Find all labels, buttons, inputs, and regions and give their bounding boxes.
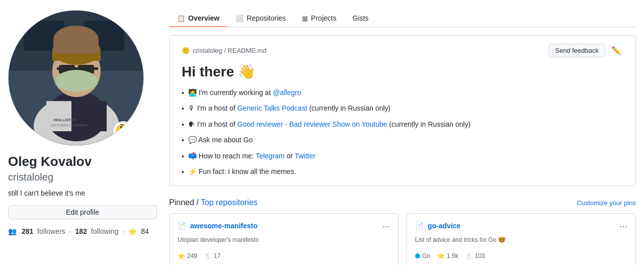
following-link[interactable]: 182 [75, 227, 87, 235]
pinned-header: Pinned / Top repositories Customize your… [169, 198, 636, 207]
star-icon: ⭐ [128, 227, 137, 235]
tab-repositories[interactable]: ⬜ Repositories [227, 10, 294, 27]
star-stat: ⭐ 249 [178, 252, 197, 259]
list-item: 📫 How to reach me: Telegram or Twitter [182, 150, 623, 162]
tab-projects[interactable]: ▦ Projects [294, 10, 345, 27]
smiley-icon: 🙂 [182, 47, 190, 54]
stars-count: 84 [141, 227, 149, 235]
svg-text:HOLLISTER: HOLLISTER [54, 118, 77, 122]
list-item: 🗣 I'm a host of Good reviewer - Bad revi… [182, 119, 623, 130]
tab-gists[interactable]: Gists [345, 10, 377, 27]
main-content: 📋 Overview ⬜ Repositories ▦ Projects Gis… [169, 10, 636, 265]
readme-header: 🙂 cristaloleg / README.md Send feedback … [182, 44, 623, 57]
avatar-wrapper: HOLLISTER SOUTHERN CALIFORNIA 🤔 [8, 10, 144, 146]
repo-book-icon: 📄 [415, 222, 424, 230]
svg-rect-15 [57, 67, 59, 70]
projects-icon: ▦ [302, 15, 308, 22]
svg-text:SOUTHERN CALIFORNIA: SOUTHERN CALIFORNIA [51, 124, 87, 127]
stats-row: 👥 281 followers · 182 following · ⭐ 84 [8, 227, 157, 235]
repo-options-button[interactable]: ⋯ [619, 222, 627, 231]
fork-stat: 🍴 17 [204, 252, 220, 259]
customize-pins-link[interactable]: Customize your pins [577, 199, 636, 207]
svg-rect-14 [75, 67, 78, 70]
star-stat: ⭐ 1.5k [437, 252, 458, 259]
top-repos-link[interactable]: Top repositories [201, 198, 258, 207]
star-icon: ⭐ [437, 252, 445, 259]
svg-rect-7 [82, 101, 107, 131]
repo-name-link[interactable]: go-advice [428, 222, 460, 230]
repo-options-button[interactable]: ⋯ [382, 222, 390, 231]
svg-rect-11 [52, 51, 101, 61]
followers-link[interactable]: 281 [22, 227, 33, 235]
readme-title: Hi there 👋 [182, 63, 623, 80]
profile-name: Oleg Kovalov [8, 154, 157, 169]
repo-name-link[interactable]: awesome-manifesto [190, 222, 258, 230]
edit-readme-button[interactable]: ✏️ [609, 44, 623, 57]
pinned-title: Pinned / Top repositories [169, 198, 258, 207]
profile-bio: still I can't believe it's me [8, 189, 157, 197]
telegram-link[interactable]: Telegram [256, 152, 285, 160]
repo-card-header: 📄 go-advice ⋯ [415, 222, 627, 231]
readme-path: 🙂 cristaloleg / README.md [182, 47, 267, 54]
send-feedback-button[interactable]: Send feedback [548, 44, 605, 57]
fork-icon: 🍴 [465, 252, 473, 259]
svg-rect-6 [46, 101, 71, 131]
svg-point-17 [55, 70, 98, 92]
sidebar: HOLLISTER SOUTHERN CALIFORNIA 🤔 Oleg Kov… [8, 10, 157, 265]
avatar-status-emoji: 🤔 [113, 121, 133, 141]
repo-name-row: 📄 awesome-manifesto [178, 222, 258, 230]
edit-profile-button[interactable]: Edit profile [8, 205, 157, 219]
following-label: following [91, 227, 118, 235]
svg-rect-2 [24, 21, 64, 51]
good-reviewer-link[interactable]: Good reviewer - Bad reviewer Show on You… [237, 120, 387, 128]
svg-rect-16 [94, 67, 98, 70]
twitter-link[interactable]: Twitter [295, 152, 315, 160]
repo-card-go-advice: 📄 go-advice ⋯ List of advice and tricks … [407, 213, 636, 265]
repo-description: List of advice and tricks for Go 🤓 [415, 235, 627, 244]
list-item: ⚡ Fun fact: I know all the memes. [182, 166, 623, 178]
repo-card-header: 📄 awesome-manifesto ⋯ [178, 222, 390, 231]
go-language-dot [415, 253, 420, 258]
repo-book-icon: 📄 [178, 222, 186, 230]
tab-overview[interactable]: 📋 Overview [169, 10, 227, 27]
readme-card: 🙂 cristaloleg / README.md Send feedback … [169, 35, 636, 186]
readme-list: 🧑‍💻 I'm currently working at @allegro 🎙 … [182, 87, 623, 178]
repo-stats: Go ⭐ 1.5k 🍴 103 [415, 252, 627, 259]
repo-description: Utopian developer's manifesto [178, 235, 390, 244]
repo-name-row: 📄 go-advice [415, 222, 460, 230]
allegro-link[interactable]: @allegro [273, 89, 301, 97]
fork-stat: 🍴 103 [465, 252, 485, 259]
repo-card-awesome-manifesto: 📄 awesome-manifesto ⋯ Utopian developer'… [169, 213, 398, 265]
lang-stat: Go [415, 252, 430, 259]
overview-icon: 📋 [177, 15, 185, 22]
page-layout: HOLLISTER SOUTHERN CALIFORNIA 🤔 Oleg Kov… [0, 0, 644, 265]
followers-label: followers [37, 227, 65, 235]
pinned-grid: 📄 awesome-manifesto ⋯ Utopian developer'… [169, 213, 636, 265]
list-item: 🧑‍💻 I'm currently working at @allegro [182, 87, 623, 99]
fork-icon: 🍴 [204, 252, 212, 259]
profile-tabs: 📋 Overview ⬜ Repositories ▦ Projects Gis… [169, 10, 636, 27]
repo-stats: ⭐ 249 🍴 17 [178, 252, 390, 259]
pinned-section: Pinned / Top repositories Customize your… [169, 198, 636, 265]
star-icon: ⭐ [178, 252, 185, 259]
people-icon: 👥 [8, 227, 17, 235]
readme-actions: Send feedback ✏️ [548, 44, 623, 57]
repo-icon: ⬜ [235, 15, 244, 22]
list-item: 🎙 I'm a host of Generic Talks Podcast (c… [182, 103, 623, 114]
list-item: 💬 Ask me about Go [182, 134, 623, 146]
generic-talks-link[interactable]: Generic Talks Podcast [237, 104, 307, 112]
svg-rect-3 [84, 21, 124, 51]
profile-username: cristaloleg [8, 171, 157, 183]
